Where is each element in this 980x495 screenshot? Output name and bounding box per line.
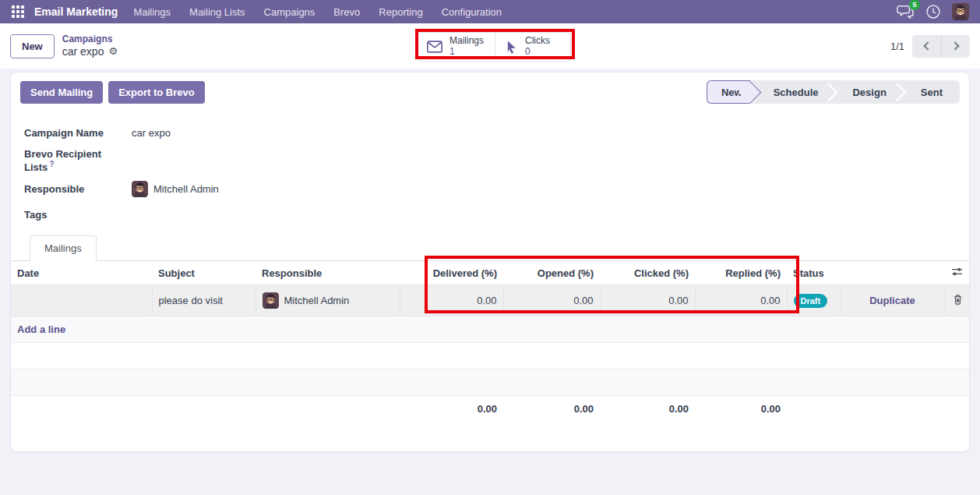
mailings-table: Date Subject Responsible Delivered (%) O… [11,261,969,422]
pager-count: 1/1 [890,41,904,52]
messages-count-badge: 5 [909,0,920,10]
cell-subject[interactable]: please do visit [152,285,256,316]
breadcrumb-campaigns[interactable]: Campaigns [62,34,118,45]
add-a-line-button[interactable]: Add a line [17,324,65,335]
duplicate-button[interactable]: Duplicate [840,285,945,316]
user-avatar[interactable] [952,3,969,20]
empty-row [11,343,969,369]
col-subject[interactable]: Subject [152,261,256,285]
cell-date[interactable] [11,285,152,316]
row-responsible-avatar [263,292,279,309]
total-clicked: 0.00 [600,396,695,423]
table-row[interactable]: please do visit Mitchell Admin 0.00 0.00… [11,285,969,316]
empty-row [11,369,969,396]
statusbar: New Schedule Design Sent [707,80,960,104]
menu-mailings[interactable]: Mailings [125,2,178,22]
pager-next-button[interactable] [941,35,970,58]
menu-reporting[interactable]: Reporting [371,2,430,22]
status-step-sent[interactable]: Sent [907,80,957,104]
responsible-avatar [132,181,148,197]
tab-mailings[interactable]: Mailings [30,235,97,261]
gear-icon[interactable]: ⚙ [108,45,118,58]
sheet-header: Send Mailing Export to Brevo New Schedul… [11,72,969,110]
col-clicked[interactable]: Clicked (%) [600,261,695,285]
col-replied[interactable]: Replied (%) [695,261,787,285]
totals-row: 0.00 0.00 0.00 0.00 [11,396,969,423]
clicks-stat-label: Clicks [525,36,550,47]
main-menu: Mailings Mailing Lists Campaigns Brevo R… [125,2,509,22]
breadcrumb: Campaigns car expo ⚙ [62,34,118,59]
mailings-stat-button[interactable]: Mailings 1 [418,33,495,61]
cursor-icon [503,39,519,55]
col-date[interactable]: Date [11,261,152,285]
top-navbar: Email Marketing Mailings Mailing Lists C… [0,0,980,23]
total-replied: 0.00 [695,396,787,423]
cell-status: Draft [787,285,840,316]
clicks-stat-button[interactable]: Clicks 0 [495,33,570,61]
new-button[interactable]: New [10,34,55,58]
optional-columns-icon[interactable] [951,266,963,278]
campaign-name-label: Campaign Name [24,127,132,139]
pager: 1/1 [890,35,970,58]
mailings-stat-label: Mailings [449,36,484,47]
col-delivered[interactable]: Delivered (%) [400,261,503,285]
menu-brevo[interactable]: Brevo [326,2,368,22]
cell-responsible[interactable]: Mitchell Admin [256,285,400,316]
notebook-tabs: Mailings [11,235,969,261]
responsible-label: Responsible [24,183,132,195]
menu-configuration[interactable]: Configuration [434,2,509,22]
col-status[interactable]: Status [787,261,840,285]
tags-label: Tags [24,209,132,221]
status-badge: Draft [794,294,828,308]
messages-icon[interactable]: 5 [896,3,915,20]
responsible-value[interactable]: Mitchell Admin [132,181,219,197]
brevo-recipient-lists-label: Brevo Recipient Lists? [24,148,132,173]
clicks-stat-value: 0 [525,47,550,58]
app-name[interactable]: Email Marketing [34,5,118,18]
mailings-stat-value: 1 [449,47,484,58]
menu-campaigns[interactable]: Campaigns [256,2,323,22]
cell-delivered[interactable]: 0.00 [400,285,503,316]
envelope-icon [426,38,443,55]
activities-clock-icon[interactable] [925,4,941,19]
cell-replied[interactable]: 0.00 [695,285,787,316]
trash-icon[interactable] [952,294,964,306]
total-opened: 0.00 [503,396,600,423]
campaign-name-value[interactable]: car expo [132,127,171,139]
cell-clicked[interactable]: 0.00 [600,285,695,316]
stat-buttons: Mailings 1 Clicks 0 [418,32,571,62]
apps-grid-icon[interactable] [6,0,30,23]
add-line-row: Add a line [11,316,969,343]
form-sheet: Send Mailing Export to Brevo New Schedul… [10,72,970,452]
menu-mailing-lists[interactable]: Mailing Lists [182,2,253,22]
col-actions [840,261,945,285]
send-mailing-button[interactable]: Send Mailing [20,81,103,104]
help-icon[interactable]: ? [49,160,54,168]
col-responsible[interactable]: Responsible [256,261,400,285]
export-to-brevo-button[interactable]: Export to Brevo [108,81,205,104]
total-delivered: 0.00 [400,396,503,423]
pager-previous-button[interactable] [912,35,941,58]
cell-opened[interactable]: 0.00 [503,285,600,316]
col-opened[interactable]: Opened (%) [503,261,600,285]
chevron-right-icon [950,41,959,50]
table-header-row: Date Subject Responsible Delivered (%) O… [11,261,969,285]
chevron-left-icon [923,41,932,50]
form-fields: Campaign Name car expo Brevo Recipient L… [11,110,969,225]
breadcrumb-current: car expo [62,45,104,59]
control-panel: New Campaigns car expo ⚙ Mailings 1 Clic… [0,23,980,69]
